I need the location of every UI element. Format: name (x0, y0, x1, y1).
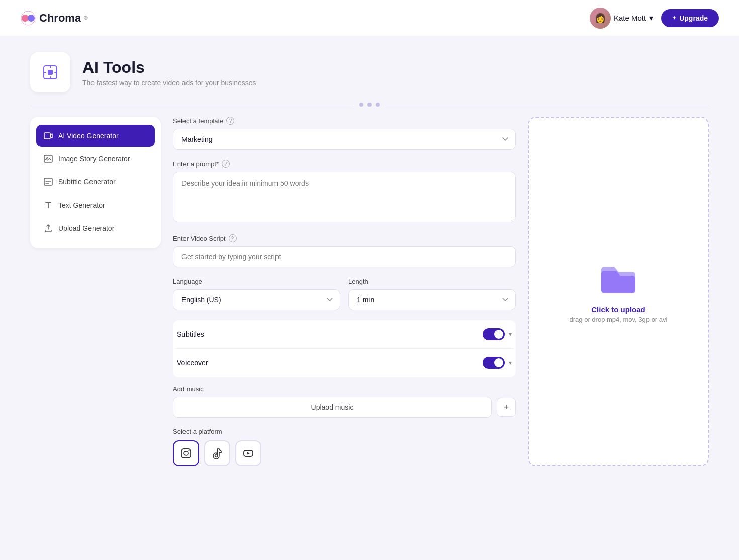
script-input[interactable] (173, 246, 516, 267)
upload-title: Click to upload (591, 305, 645, 314)
platform-instagram[interactable] (173, 440, 199, 466)
main-content: AI Video Generator Image Story Generator… (0, 117, 739, 466)
prompt-help-icon[interactable]: ? (222, 160, 230, 168)
upload-icon (43, 223, 53, 233)
template-label: Select a template ? (173, 117, 516, 125)
script-label: Enter Video Script ? (173, 234, 516, 242)
music-upload-button[interactable]: Uplaod music (173, 397, 492, 418)
sidebar-item-text-generator[interactable]: Text Generator (36, 194, 155, 216)
language-select[interactable]: English (US) Spanish French German (173, 289, 340, 310)
sidebar-label-subtitle: Subtitle Generator (58, 178, 116, 186)
prompt-textarea[interactable] (173, 172, 516, 222)
user-name: Kate Mott (614, 14, 646, 22)
svg-rect-9 (44, 133, 50, 139)
voiceover-toggle[interactable] (483, 357, 505, 369)
svg-rect-12 (44, 178, 52, 185)
page-header: AI Tools The fastest way to create video… (0, 36, 739, 103)
subtitles-toggle[interactable] (483, 328, 505, 340)
voiceover-chevron[interactable]: ▾ (509, 359, 512, 366)
subtitles-row: Subtitles ▾ (175, 320, 514, 349)
sidebar-label-upload: Upload Generator (58, 224, 114, 232)
platform-youtube[interactable] (235, 440, 261, 466)
music-plus-button[interactable]: + (497, 398, 516, 417)
form-area: Select a template ? Marketing Sales Educ… (161, 117, 528, 466)
tiktok-icon (212, 448, 223, 459)
user-dropdown-chevron[interactable]: ▾ (649, 13, 653, 23)
sidebar-item-image-story-generator[interactable]: Image Story Generator (36, 148, 155, 170)
voiceover-row: Voiceover ▾ (175, 349, 514, 377)
svg-point-2 (28, 15, 35, 22)
header: Chroma ® 👩 Kate Mott ▾ Upgrade (0, 0, 739, 36)
upload-area[interactable]: Click to upload drag or drop mp4, mov, 3… (528, 117, 709, 466)
length-label: Length (348, 277, 516, 285)
sidebar-item-ai-video-generator[interactable]: AI Video Generator (36, 125, 155, 147)
svg-point-17 (189, 450, 190, 451)
sidebar-label-image-story: Image Story Generator (58, 155, 130, 163)
music-group: Add music Uplaod music + (173, 385, 516, 418)
subtitles-label: Subtitles (177, 330, 204, 338)
divider (0, 103, 739, 107)
sidebar-label-ai-video: AI Video Generator (58, 132, 119, 140)
header-right: 👩 Kate Mott ▾ Upgrade (590, 8, 719, 29)
platform-group: Select a platform (173, 428, 516, 466)
prompt-group: Enter a prompt* ? (173, 160, 516, 224)
platform-icons (173, 440, 516, 466)
music-label: Add music (173, 385, 516, 393)
svg-rect-10 (44, 155, 52, 162)
script-help-icon[interactable]: ? (229, 234, 237, 242)
page-icon-box (30, 52, 70, 92)
language-group: Language English (US) Spanish French Ger… (173, 277, 340, 310)
logo-text: Chroma (39, 12, 81, 25)
script-group: Enter Video Script ? (173, 234, 516, 267)
svg-point-11 (46, 157, 48, 159)
length-group: Length 30 sec 1 min 2 min 3 min (348, 277, 516, 310)
platform-label: Select a platform (173, 428, 516, 435)
avatar: 👩 (590, 8, 611, 29)
svg-point-1 (22, 15, 29, 22)
ai-tools-icon (41, 63, 60, 82)
subtitles-chevron[interactable]: ▾ (509, 331, 512, 338)
image-icon (43, 154, 53, 164)
text-icon (43, 200, 53, 210)
prompt-label: Enter a prompt* ? (173, 160, 516, 168)
template-group: Select a template ? Marketing Sales Educ… (173, 117, 516, 150)
voiceover-label: Voiceover (177, 359, 208, 367)
template-help-icon[interactable]: ? (226, 117, 234, 125)
sidebar-item-upload-generator[interactable]: Upload Generator (36, 217, 155, 239)
page-subtitle: The fastest way to create video ads for … (82, 79, 256, 87)
svg-point-16 (184, 451, 188, 455)
user-menu[interactable]: 👩 Kate Mott ▾ (590, 8, 653, 29)
page-title-block: AI Tools The fastest way to create video… (82, 58, 256, 87)
upgrade-button[interactable]: Upgrade (661, 9, 719, 27)
toggle-section: Subtitles ▾ Voiceover ▾ (173, 320, 516, 377)
platform-tiktok[interactable] (204, 440, 230, 466)
video-icon (43, 131, 53, 141)
sidebar-item-subtitle-generator[interactable]: Subtitle Generator (36, 171, 155, 193)
subtitle-icon (43, 177, 53, 187)
page-title: AI Tools (82, 58, 256, 77)
youtube-icon (243, 448, 254, 459)
music-row: Uplaod music + (173, 397, 516, 418)
svg-rect-15 (181, 449, 191, 458)
lang-length-row: Language English (US) Spanish French Ger… (173, 277, 516, 310)
instagram-icon (180, 448, 192, 459)
length-select[interactable]: 30 sec 1 min 2 min 3 min (348, 289, 516, 310)
sidebar-label-text: Text Generator (58, 201, 105, 209)
logo: Chroma ® (20, 10, 88, 26)
sidebar: AI Video Generator Image Story Generator… (30, 117, 161, 248)
folder-icon (598, 260, 638, 297)
upload-subtitle: drag or drop mp4, mov, 3gp or avi (570, 316, 668, 323)
template-select[interactable]: Marketing Sales Education Entertainment (173, 129, 516, 150)
svg-rect-4 (48, 70, 53, 75)
language-label: Language (173, 277, 340, 285)
